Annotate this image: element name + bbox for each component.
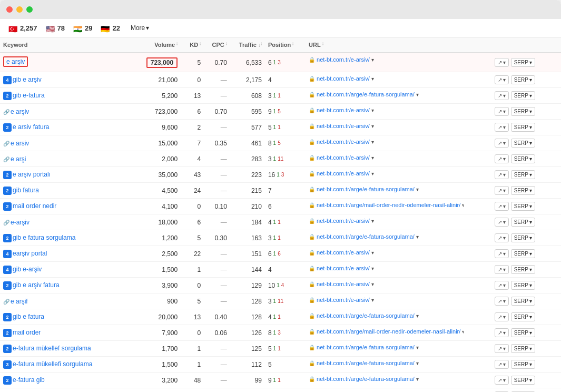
keyword-text[interactable]: e arsiv [11, 140, 29, 147]
url-cell[interactable]: 🔒net-bt.com.tr/e-arsiv/▾ [306, 262, 464, 275]
chart-button[interactable]: ↗ ▾ [495, 281, 509, 290]
keyword-cell[interactable]: 2gib e-fatura [0, 88, 139, 104]
keyword-cell[interactable]: 🔗e arşi [0, 151, 139, 167]
keyword-cell[interactable]: 4gib e arşiv [0, 72, 139, 88]
chart-button[interactable]: ↗ ▾ [495, 154, 509, 163]
url-dropdown-arrow[interactable]: ▾ [371, 57, 374, 63]
url-link[interactable]: net-bt.com.tr/arge/e-fatura-sorgulama/ [317, 360, 415, 366]
more-button[interactable]: More ▾ [129, 23, 151, 33]
keyword-text[interactable]: e arşiv [11, 108, 29, 115]
keyword-text[interactable]: gib e arşiv fatura [13, 281, 60, 289]
url-link[interactable]: net-bt.com.tr/arge/e-fatura-sorgulama/ [317, 91, 415, 97]
serp-button[interactable]: SERP ▾ [511, 328, 535, 337]
keyword-cell[interactable]: 4gib e-arşiv [0, 262, 139, 278]
url-cell[interactable]: 🔒net-bt.com.tr/arge/e-fatura-sorgulama/▾ [306, 341, 464, 354]
keyword-text[interactable]: e arsiv fatura [13, 123, 49, 131]
url-dropdown-arrow[interactable]: ▾ [371, 76, 374, 82]
url-cell[interactable]: 🔒net-bt.com.tr/arge/e-fatura-sorgulama/▾ [306, 183, 464, 195]
keyword-cell[interactable]: 🔗e arsiv [0, 135, 139, 151]
url-dropdown-arrow[interactable]: ▾ [371, 281, 374, 287]
keyword-text[interactable]: e arşi [11, 155, 26, 163]
keyword-text[interactable]: e-fatura mükellef sorgulama [13, 345, 91, 352]
url-dropdown-arrow[interactable]: ▾ [416, 345, 419, 350]
url-cell[interactable]: 🔒net-bt.com.tr/e-arsiv/▾ [306, 72, 464, 85]
url-link[interactable]: net-bt.com.tr/arge/e-fatura-sorgulama/ [317, 344, 415, 350]
url-link[interactable]: net-bt.com.tr/e-arsiv/ [317, 56, 370, 63]
url-link[interactable]: net-bt.com.tr/e-arsiv/ [317, 297, 370, 303]
url-dropdown-arrow[interactable]: ▾ [371, 266, 374, 271]
flag-item-tr[interactable]: 🇹🇷 2,257 [8, 24, 37, 32]
minimize-button[interactable] [16, 6, 23, 13]
url-dropdown-arrow[interactable]: ▾ [371, 155, 374, 161]
serp-button[interactable]: SERP ▾ [511, 58, 535, 67]
url-link[interactable]: net-bt.com.tr/arge/e-fatura-sorgulama/ [317, 233, 415, 240]
url-dropdown-arrow[interactable]: ▾ [371, 218, 374, 224]
keyword-text[interactable]: earşiv portal [13, 250, 47, 257]
serp-button[interactable]: SERP ▾ [511, 186, 535, 195]
maximize-button[interactable] [26, 6, 33, 13]
url-cell[interactable]: 🔒net-bt.com.tr/e-arsiv/▾ [306, 104, 464, 116]
url-dropdown-arrow[interactable]: ▾ [371, 123, 374, 129]
url-link[interactable]: net-bt.com.tr/e-arsiv/ [317, 75, 370, 82]
serp-button[interactable]: SERP ▾ [511, 265, 535, 274]
url-cell[interactable]: 🔒net-bt.com.tr/e-arsiv/▾ [306, 278, 464, 290]
keyword-cell[interactable]: 2e arşiv portalı [0, 167, 139, 183]
serp-button[interactable]: SERP ▾ [511, 218, 535, 227]
url-cell[interactable]: 🔒net-bt.com.tr/arge/e-fatura-sorgulama/▾ [306, 357, 464, 369]
url-link[interactable]: net-bt.com.tr/e-arsiv/ [317, 107, 370, 113]
th-kd[interactable]: KD ⁱ [181, 37, 204, 53]
flag-item-de[interactable]: 🇩🇪 22 [101, 24, 120, 32]
url-link[interactable]: net-bt.com.tr/e-arsiv/ [317, 154, 370, 161]
keyword-text[interactable]: e-fatura gib [13, 376, 45, 384]
keyword-cell[interactable]: 2e arsiv fatura [0, 120, 139, 135]
keyword-cell[interactable]: 2gib e fatura sorgulama [0, 230, 139, 246]
chart-button[interactable]: ↗ ▾ [495, 312, 509, 321]
url-cell[interactable]: 🔒net-bt.com.tr/e-arsiv/▾ [306, 246, 464, 259]
serp-button[interactable]: SERP ▾ [511, 91, 535, 100]
serp-button[interactable]: SERP ▾ [511, 249, 535, 258]
url-dropdown-arrow[interactable]: ▾ [371, 139, 374, 145]
chart-button[interactable]: ↗ ▾ [495, 58, 509, 67]
serp-button[interactable]: SERP ▾ [511, 139, 535, 148]
url-cell[interactable]: 🔒net-bt.com.tr/arge/e-fatura-sorgulama/▾ [306, 230, 464, 243]
url-link[interactable]: net-bt.com.tr/arge/e-fatura-sorgulama/ [317, 186, 415, 192]
url-dropdown-arrow[interactable]: ▾ [371, 107, 374, 113]
url-dropdown-arrow[interactable]: ▾ [416, 376, 419, 382]
keyword-text[interactable]: gib e fatura sorgulama [13, 234, 75, 241]
keyword-cell[interactable]: 2gib fatura [0, 183, 139, 199]
chart-button[interactable]: ↗ ▾ [495, 123, 509, 132]
keyword-cell[interactable]: 5yapay zeka nedir [0, 388, 139, 393]
url-cell[interactable]: 🔒net-bt.com.tr/arge/e-fatura-sorgulama/▾ [306, 309, 464, 322]
chart-button[interactable]: ↗ ▾ [495, 360, 509, 369]
serp-button[interactable]: SERP ▾ [511, 107, 535, 116]
keyword-cell[interactable]: 2gib e fatura [0, 309, 139, 325]
keyword-text[interactable]: mail order nedir [13, 202, 56, 210]
th-volume[interactable]: Volume ⁱ [139, 37, 181, 53]
url-dropdown-arrow[interactable]: ▾ [416, 92, 419, 97]
keyword-cell[interactable]: 2mail order nedir [0, 199, 139, 214]
keyword-cell[interactable]: 🔗e arşiv [0, 104, 139, 120]
url-cell[interactable]: 🔒net-bt.com.tr/arge/e-fatura-sorgulama/▾ [306, 373, 464, 385]
chart-button[interactable]: ↗ ▾ [495, 139, 509, 148]
serp-button[interactable]: SERP ▾ [511, 75, 535, 84]
url-cell[interactable]: 🔒net-bt.com.tr/e-arsiv/▾ [306, 120, 464, 132]
serp-button[interactable]: SERP ▾ [511, 123, 535, 132]
keyword-text[interactable]: e-fatura mükellefi sorgulama [13, 360, 92, 368]
keyword-text[interactable]: mail order [13, 329, 41, 336]
url-cell[interactable]: 🔒net-bt.com.tr/e-arsiv/▾ [306, 214, 464, 227]
url-dropdown-arrow[interactable]: ▾ [371, 171, 374, 177]
url-dropdown-arrow[interactable]: ▾ [462, 202, 464, 208]
serp-button[interactable]: SERP ▾ [511, 281, 535, 290]
chart-button[interactable]: ↗ ▾ [495, 202, 509, 211]
url-dropdown-arrow[interactable]: ▾ [416, 360, 419, 366]
url-cell[interactable]: 🔒net-bt.com.tr/arge/mail-order-nedir-ode… [306, 325, 464, 338]
chart-button[interactable]: ↗ ▾ [495, 297, 509, 306]
keyword-cell[interactable]: e arşiv [0, 53, 139, 72]
url-link[interactable]: net-bt.com.tr/e-arsiv/ [317, 123, 370, 129]
chart-button[interactable]: ↗ ▾ [495, 328, 509, 337]
keyword-text[interactable]: gib e fatura [13, 313, 44, 320]
serp-button[interactable]: SERP ▾ [511, 154, 535, 163]
url-link[interactable]: net-bt.com.tr/arge/e-fatura-sorgulama/ [317, 312, 415, 319]
chart-button[interactable]: ↗ ▾ [495, 107, 509, 116]
chart-button[interactable]: ↗ ▾ [495, 265, 509, 274]
